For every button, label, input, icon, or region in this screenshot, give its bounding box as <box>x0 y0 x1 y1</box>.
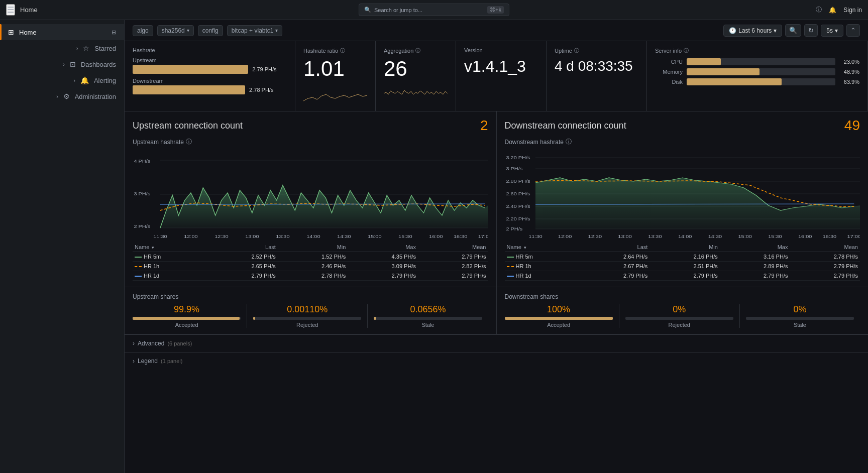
sidebar-item-starred[interactable]: › ☆ Starred <box>0 40 124 56</box>
svg-text:16:30: 16:30 <box>454 234 468 239</box>
upstream-chart-section: Upstream hashrate ⓘ 4 <box>125 138 496 287</box>
upstream-conn-count: 2 <box>480 117 488 134</box>
row-min: 2.79 PH/s <box>649 271 720 281</box>
svg-text:12:30: 12:30 <box>214 234 229 239</box>
ratio-mini-chart <box>303 83 367 103</box>
zoom-icon: 🔍 <box>789 27 797 34</box>
row-max: 2.79 PH/s <box>720 271 790 281</box>
algo-tag: algo <box>133 25 153 36</box>
algo-value-pill[interactable]: sha256d ▾ <box>157 25 194 36</box>
table-row: HR 5m 2.64 PH/s 2.16 PH/s 3.16 PH/s 2.78… <box>505 252 860 262</box>
row-min: 1.52 PH/s <box>278 252 348 262</box>
connection-counts-row: Upstream connection count 2 Upstream has… <box>125 111 868 334</box>
svg-text:12:00: 12:00 <box>184 234 198 239</box>
sidebar: ⊞ Home ⊟ › ☆ Starred › ⊡ Dashboards › 🔔 … <box>0 20 125 473</box>
upstream-table-name-header: Name ▾ <box>133 243 207 252</box>
cpu-bar-fill <box>687 58 721 65</box>
cpu-row: CPU 23.0% <box>655 58 859 65</box>
upstream-conn-header: Upstream connection count 2 <box>125 111 496 138</box>
sidebar-item-dashboards[interactable]: › ⊡ Dashboards <box>0 56 124 72</box>
disk-row: Disk 63.9% <box>655 78 859 85</box>
sidebar-item-alerting[interactable]: › 🔔 Alerting <box>0 72 124 88</box>
zoom-out-button[interactable]: 🔍 <box>785 24 801 37</box>
upstream-accepted-bar <box>133 317 241 320</box>
ratio-info-icon: ⓘ <box>340 47 345 54</box>
downstream-stale-bar <box>746 317 854 320</box>
advanced-row[interactable]: › Advanced (6 panels) <box>125 334 868 352</box>
alerting-chevron: › <box>74 78 75 83</box>
downstream-rejected-bar <box>625 317 733 320</box>
config-dropdown-arrow: ▾ <box>275 28 278 33</box>
row-min: 2.78 PH/s <box>278 271 348 281</box>
refresh-arrow: ▾ <box>835 27 838 34</box>
svg-text:14:30: 14:30 <box>337 234 351 239</box>
downstream-bar <box>133 85 245 94</box>
downstream-hashrate-table: Name ▾ Last Min Max Mean HR 5m 2.64 PH/s… <box>505 243 860 281</box>
algo-value: sha256d <box>162 27 185 34</box>
top-nav: ☰ Home 🔍 Search or jump to... ⌘+k ⓘ 🔔 Si… <box>0 0 868 20</box>
row-name: HR 1d <box>505 271 580 281</box>
sidebar-item-home[interactable]: ⊞ Home ⊟ <box>0 24 124 40</box>
svg-text:12:30: 12:30 <box>588 234 602 239</box>
downstream-table-max-header: Max <box>720 243 790 252</box>
refresh-button[interactable]: ↻ <box>804 24 818 37</box>
legend-sub: (1 panel) <box>161 358 182 364</box>
sidebar-item-alerting-label: Alerting <box>94 77 116 84</box>
svg-text:4 PH/s: 4 PH/s <box>134 159 150 164</box>
upstream-shares-inner: 99.9% Accepted 0.00110% Rejected <box>133 304 488 328</box>
upstream-stale-item: 0.0656% Stale <box>368 304 488 328</box>
refresh-rate-label: 5s <box>826 27 833 34</box>
collapse-icon: ⌃ <box>850 27 856 34</box>
upstream-accepted-label: Accepted <box>133 322 241 328</box>
aggregation-label: Aggregation ⓘ <box>384 47 448 54</box>
downstream-stale-item: 0% Stale <box>740 304 860 328</box>
row-name: HR 5m <box>133 252 207 262</box>
dashboards-chevron: › <box>63 62 65 67</box>
row-last: 2.64 PH/s <box>580 252 650 262</box>
memory-bar-bg <box>687 68 835 75</box>
aggregation-panel: Aggregation ⓘ 26 <box>376 41 456 111</box>
help-icon[interactable]: ⓘ <box>816 6 822 14</box>
svg-marker-6 <box>160 185 488 228</box>
svg-text:16:30: 16:30 <box>822 234 836 239</box>
time-range-arrow: ▾ <box>774 27 777 34</box>
toolbar: algo sha256d ▾ config bitcap + viabtc1 ▾… <box>125 20 868 41</box>
sign-in-button[interactable]: Sign in <box>843 7 862 14</box>
downstream-accepted-item: 100% Accepted <box>505 304 619 328</box>
uptime-label: Uptime ⓘ <box>555 47 638 54</box>
legend-row[interactable]: › Legend (1 panel) <box>125 352 868 370</box>
downstream-conn-title: Downstream connection count <box>505 121 626 131</box>
clock-icon: 🕐 <box>729 27 736 34</box>
hashrate-label: Hashrate <box>133 47 287 53</box>
stats-row: Hashrate Upstream 2.79 PH/s Downstream 2… <box>125 41 868 111</box>
refresh-rate-button[interactable]: 5s ▾ <box>821 25 843 37</box>
time-range-button[interactable]: 🕐 Last 6 hours ▾ <box>723 25 782 37</box>
downstream-rejected-item: 0% Rejected <box>619 304 740 328</box>
cpu-bar-bg <box>687 58 835 65</box>
advanced-chevron: › <box>133 340 135 347</box>
sidebar-item-administration[interactable]: › ⚙ Administration <box>0 88 124 104</box>
search-bar[interactable]: 🔍 Search or jump to... ⌘+k <box>359 4 509 16</box>
search-shortcut: ⌘+k <box>487 6 504 14</box>
row-max: 2.89 PH/s <box>720 262 790 271</box>
row-name: HR 1h <box>133 262 207 271</box>
upstream-rejected-fill <box>253 317 255 320</box>
svg-text:13:30: 13:30 <box>648 234 662 239</box>
cpu-pct: 23.0% <box>839 59 859 65</box>
upstream-accepted-item: 99.9% Accepted <box>133 304 247 328</box>
uptime-value: 4 d 08:33:35 <box>555 58 638 74</box>
starred-chevron: › <box>76 46 78 51</box>
sidebar-item-starred-label: Starred <box>94 45 116 52</box>
collapse-button[interactable]: ⌃ <box>846 24 860 37</box>
svg-text:15:30: 15:30 <box>398 234 412 239</box>
upstream-rejected-item: 0.00110% Rejected <box>247 304 368 328</box>
bell-icon[interactable]: 🔔 <box>829 7 836 14</box>
row-last: 2.52 PH/s <box>207 252 278 262</box>
upstream-conn-panel: Upstream connection count 2 Upstream has… <box>125 111 497 334</box>
row-name: HR 5m <box>505 252 580 262</box>
downstream-table-last-header: Last <box>580 243 650 252</box>
svg-text:2 PH/s: 2 PH/s <box>134 224 150 229</box>
hamburger-button[interactable]: ☰ <box>6 4 15 16</box>
config-value-pill[interactable]: bitcap + viabtc1 ▾ <box>227 25 283 36</box>
sidebar-item-dashboards-label: Dashboards <box>81 61 116 68</box>
